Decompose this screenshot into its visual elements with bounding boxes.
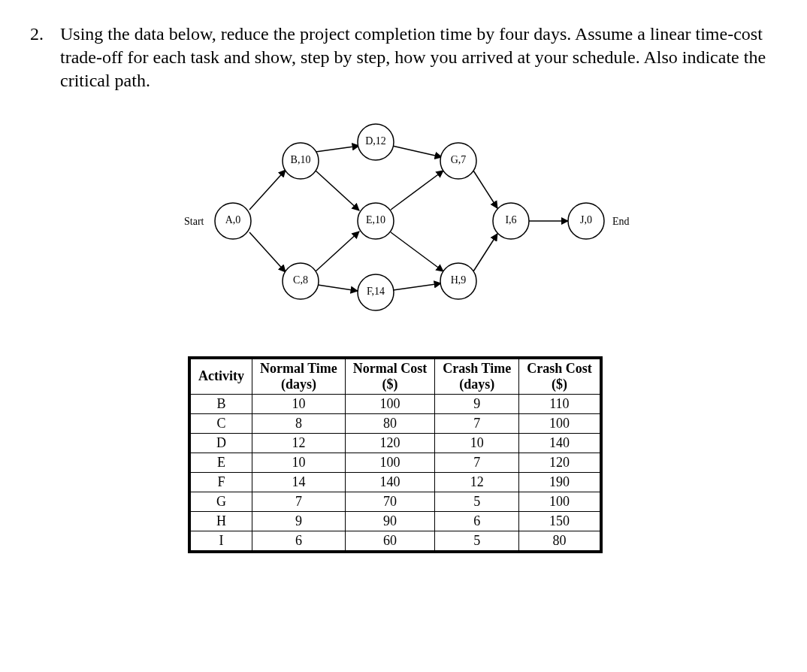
th-crash-cost: Crash Cost($) [519, 359, 600, 394]
node-f-label: F,14 [367, 286, 385, 297]
th-crash-time: Crash Time(days) [435, 359, 519, 394]
node-i-label: I,6 [505, 214, 516, 226]
node-j-label: J,0 [580, 214, 592, 226]
cell: 140 [519, 433, 600, 453]
edge-a-b [249, 170, 286, 210]
node-g-label: G,7 [451, 154, 467, 165]
cell: 100 [345, 394, 434, 413]
cell: C [191, 413, 252, 433]
cell: E [191, 453, 252, 472]
cell: H [191, 511, 252, 531]
cell: 140 [345, 472, 434, 492]
cell: 9 [435, 394, 519, 413]
question-number: 2. [30, 23, 60, 93]
cell: I [191, 531, 252, 550]
cell: 8 [252, 413, 345, 433]
question-text: Using the data below, reduce the project… [60, 23, 777, 93]
cell: 90 [345, 511, 434, 531]
question-block: 2. Using the data below, reduce the proj… [30, 23, 777, 93]
cell: 6 [252, 531, 345, 550]
edge-c-f [318, 285, 358, 291]
cell: 120 [345, 433, 434, 453]
edge-c-e [316, 232, 359, 271]
th-normal-cost: Normal Cost($) [345, 359, 434, 394]
cell: 10 [252, 394, 345, 413]
cell: 7 [252, 492, 345, 511]
cell: 5 [435, 492, 519, 511]
network-diagram: A,0 B,10 C,8 D,12 E,10 F,14 G,7 H,9 I,6 … [158, 116, 777, 326]
cell: 5 [435, 531, 519, 550]
data-table-wrap: Activity Normal Time(days) Normal Cost($… [188, 356, 777, 556]
table-row: B101009110 [191, 394, 600, 413]
table-row: C8807100 [191, 413, 600, 433]
cell: 7 [435, 413, 519, 433]
edge-g-i [473, 171, 497, 208]
node-b-label: B,10 [291, 154, 311, 165]
node-d-label: D,12 [365, 135, 386, 147]
cell: G [191, 492, 252, 511]
edge-e-g [391, 171, 443, 210]
cell: 12 [435, 472, 519, 492]
table-body: B101009110C8807100D1212010140E101007120F… [191, 394, 600, 550]
edge-b-e [316, 171, 359, 210]
cell: 100 [345, 453, 434, 472]
cell: 150 [519, 511, 600, 531]
cell: 10 [252, 453, 345, 472]
table-row: E101007120 [191, 453, 600, 472]
cell: 10 [435, 433, 519, 453]
edge-f-h [393, 283, 441, 290]
table-row: D1212010140 [191, 433, 600, 453]
table-row: H9906150 [191, 511, 600, 531]
node-a-label: A,0 [225, 214, 241, 226]
cell: D [191, 433, 252, 453]
th-activity: Activity [191, 359, 252, 394]
end-label: End [612, 216, 630, 227]
cell: 70 [345, 492, 434, 511]
cell: 190 [519, 472, 600, 492]
edge-d-g [392, 146, 442, 157]
cell: B [191, 394, 252, 413]
node-e-label: E,10 [366, 214, 385, 226]
th-normal-time: Normal Time(days) [252, 359, 345, 394]
table-row: F1414012190 [191, 472, 600, 492]
cell: 14 [252, 472, 345, 492]
node-h-label: H,9 [451, 274, 467, 286]
cell: F [191, 472, 252, 492]
data-table: Activity Normal Time(days) Normal Cost($… [190, 359, 600, 551]
cell: 12 [252, 433, 345, 453]
table-row: G7705100 [191, 492, 600, 511]
cell: 9 [252, 511, 345, 531]
cell: 60 [345, 531, 434, 550]
edge-e-h [391, 232, 443, 271]
cell: 80 [345, 413, 434, 433]
edge-h-i [473, 234, 497, 271]
start-label: Start [184, 216, 204, 227]
cell: 7 [435, 453, 519, 472]
diagram-svg: A,0 B,10 C,8 D,12 E,10 F,14 G,7 H,9 I,6 … [158, 116, 654, 326]
table-row: I660580 [191, 531, 600, 550]
edge-b-d [316, 146, 359, 152]
edge-a-c [249, 232, 286, 272]
cell: 6 [435, 511, 519, 531]
cell: 100 [519, 492, 600, 511]
cell: 80 [519, 531, 600, 550]
table-header-row: Activity Normal Time(days) Normal Cost($… [191, 359, 600, 394]
node-c-label: C,8 [293, 274, 308, 286]
cell: 110 [519, 394, 600, 413]
cell: 100 [519, 413, 600, 433]
cell: 120 [519, 453, 600, 472]
